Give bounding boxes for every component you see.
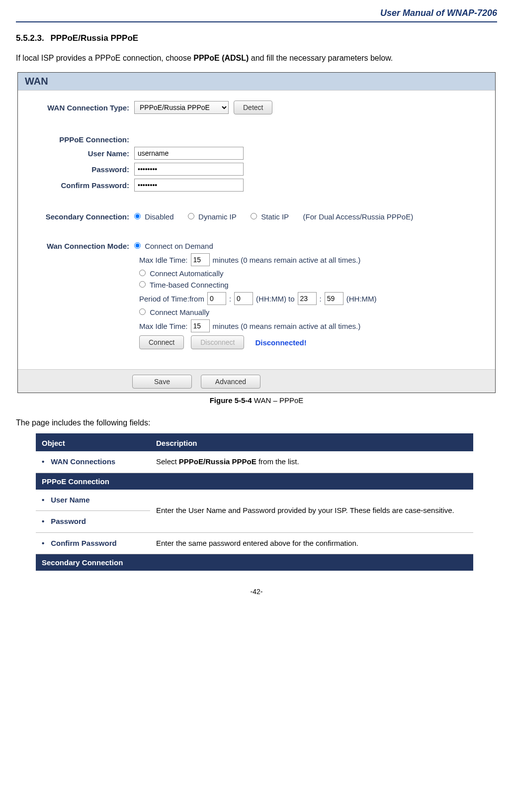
hhmm-2: (HH:MM)	[346, 295, 377, 303]
radio-time-based-wrap[interactable]: Time-based Connecting	[139, 281, 229, 289]
idle-label-2: Max Idle Time:	[139, 322, 188, 330]
confirm-input[interactable]	[134, 179, 244, 192]
period-m1[interactable]	[234, 292, 253, 305]
table-header: Object Description	[36, 434, 473, 452]
disconnect-button: Disconnect	[191, 335, 244, 349]
td-wan-conn: WAN Connections	[51, 457, 115, 466]
status-disconnected: Disconnected!	[255, 338, 306, 347]
hhmm-1: (HH:MM) to	[256, 295, 295, 303]
period-row: Period of Time:from : (HH:MM) to : (HH:M…	[139, 292, 488, 305]
label-mode: Wan Connection Mode:	[25, 242, 134, 250]
radio-dynamic[interactable]	[188, 213, 194, 219]
radio-time-based[interactable]	[139, 281, 146, 288]
label-conn-type: WAN Connection Type:	[25, 103, 134, 112]
wan-screenshot: WAN WAN Connection Type: PPPoE/Russia PP…	[17, 72, 496, 393]
section-number: 5.5.2.3.	[16, 33, 44, 43]
radio-manual-wrap[interactable]: Connect Manually	[139, 308, 209, 316]
table-row: • User Name Enter the User Name and Pass…	[36, 490, 473, 511]
idle-row-1: Max Idle Time: minutes (0 means remain a…	[139, 253, 488, 266]
secondary-hint: (For Dual Access/Russia PPPoE)	[303, 212, 413, 221]
select-conn-type[interactable]: PPPoE/Russia PPPoE	[134, 101, 229, 114]
table-section-secondary: Secondary Connection	[36, 554, 473, 571]
period-h2[interactable]	[298, 292, 317, 305]
fields-intro: The page includes the following fields:	[16, 418, 497, 427]
connect-button[interactable]: Connect	[139, 335, 184, 349]
detect-button[interactable]: Detect	[234, 101, 272, 114]
radio-on-demand[interactable]	[134, 242, 141, 249]
table-row: • WAN Connections Select PPPoE/Russia PP…	[36, 451, 473, 473]
section-heading: 5.5.2.3. PPPoE/Russia PPPoE	[16, 33, 497, 43]
fields-table: Object Description • WAN Connections Sel…	[36, 433, 473, 571]
td-userpass-desc: Enter the User Name and Password provide…	[150, 490, 473, 533]
td-confirm-desc: Enter the same password entered above fo…	[150, 532, 473, 554]
radio-disabled-wrap[interactable]: Disabled	[134, 212, 174, 221]
idle-unit-2: minutes (0 means remain active at all ti…	[213, 322, 361, 330]
th-object: Object	[36, 434, 150, 452]
period-m2[interactable]	[325, 292, 343, 305]
radio-on-demand-wrap[interactable]: Connect on Demand	[134, 242, 213, 250]
figure-caption: Figure 5-5-4 WAN – PPPoE	[16, 396, 497, 405]
td-wan-conn-desc: Select PPPoE/Russia PPPoE from the list.	[150, 451, 473, 473]
header-rule	[16, 21, 497, 22]
colon-2: :	[320, 295, 322, 303]
manual-header: User Manual of WNAP-7206	[16, 6, 497, 21]
label-pppoe-conn: PPPoE Connection:	[25, 135, 134, 144]
td-confirm: Confirm Password	[51, 539, 117, 547]
radio-dynamic-wrap[interactable]: Dynamic IP	[188, 212, 237, 221]
idle-label-1: Max Idle Time:	[139, 256, 188, 264]
radio-manual[interactable]	[139, 308, 146, 315]
td-username: User Name	[51, 496, 89, 504]
radio-static[interactable]	[251, 213, 257, 219]
colon-1: :	[229, 295, 231, 303]
save-button[interactable]: Save	[132, 375, 192, 389]
period-pre: Period of Time:from	[139, 295, 204, 303]
radio-disabled[interactable]	[134, 213, 141, 219]
username-input[interactable]	[134, 147, 244, 160]
section-title: PPPoE/Russia PPPoE	[50, 33, 138, 43]
label-username: User Name:	[25, 149, 134, 158]
wan-panel-title: WAN	[18, 73, 495, 91]
period-h1[interactable]	[207, 292, 226, 305]
idle-row-2: Max Idle Time: minutes (0 means remain a…	[139, 319, 488, 332]
radio-auto[interactable]	[139, 270, 146, 276]
label-confirm: Confirm Password:	[25, 181, 134, 190]
td-password: Password	[51, 517, 86, 525]
radio-auto-wrap[interactable]: Connect Automatically	[139, 269, 224, 278]
advanced-button[interactable]: Advanced	[201, 375, 260, 389]
password-input[interactable]	[134, 163, 244, 176]
intro-paragraph: If local ISP provides a PPPoE connection…	[16, 52, 497, 64]
page-number: -42-	[16, 588, 497, 596]
idle-unit-1: minutes (0 means remain active at all ti…	[213, 256, 361, 264]
idle-input-2[interactable]	[191, 319, 210, 332]
th-description: Description	[150, 434, 473, 452]
idle-input-1[interactable]	[191, 253, 210, 266]
label-secondary: Secondary Connection:	[25, 212, 134, 221]
label-password: Password:	[25, 165, 134, 174]
radio-static-wrap[interactable]: Static IP	[251, 212, 289, 221]
table-section-pppoe: PPPoE Connection	[36, 473, 473, 490]
table-row: • Confirm Password Enter the same passwo…	[36, 532, 473, 554]
bottom-toolbar: Save Advanced	[18, 369, 495, 393]
